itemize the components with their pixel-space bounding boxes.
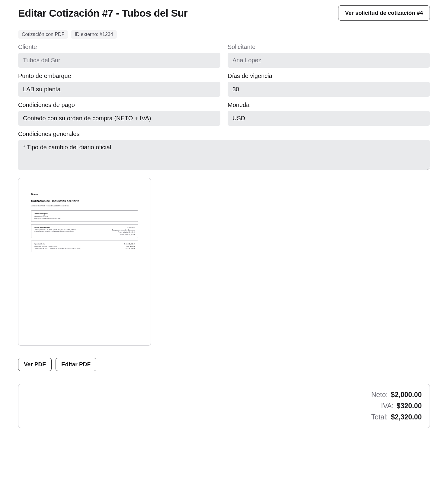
field-punto-embarque: Punto de embarque [18, 73, 220, 97]
field-dias-vigencia: Días de vigencia [228, 73, 430, 97]
label-dias-vigencia: Días de vigencia [228, 73, 430, 79]
total-label: Total: [371, 413, 388, 421]
total-value: $2,320.00 [391, 413, 422, 421]
totals-iva: IVA: $320.00 [381, 402, 422, 410]
view-quote-request-button[interactable]: Ver solicitud de cotización #4 [338, 5, 430, 21]
label-moneda: Moneda [228, 102, 430, 108]
field-cliente: Cliente [18, 44, 220, 68]
pdf-button-row: Ver PDF Editar PDF [18, 358, 430, 371]
header: Editar Cotización #7 - Tubos del Sur Ver… [18, 5, 430, 21]
pdf-contact-name: Pedro Rodriguez [34, 213, 135, 215]
badge-pdf: Cotización con PDF [18, 30, 68, 39]
field-moneda: Moneda [228, 102, 430, 126]
pdf-contact-company: Industrias del Norte [34, 215, 135, 217]
totals-total: Total: $2,320.00 [371, 413, 422, 421]
badge-external-id: ID externo: #1234 [71, 30, 117, 39]
label-condiciones-pago: Condiciones de pago [18, 102, 220, 108]
iva-label: IVA: [381, 402, 394, 410]
textarea-condiciones-generales[interactable] [18, 140, 430, 170]
neto-label: Neto: [371, 391, 388, 399]
pdf-item-desc: Lorem ipsum dolor sit amet, consectetur … [34, 228, 81, 232]
pdf-company: Demo [31, 193, 138, 196]
page-title: Editar Cotización #7 - Tubos del Sur [18, 7, 187, 19]
pdf-preview: Demo Cotización #3 - Industrias del Nort… [18, 178, 151, 346]
label-condiciones-generales: Condiciones generales [18, 131, 430, 137]
input-moneda[interactable] [228, 111, 430, 126]
pdf-contact-email: pedro@example.com 123-456-7890 [34, 218, 135, 219]
input-cliente[interactable] [18, 53, 220, 68]
edit-quote-form: Editar Cotización #7 - Tubos del Sur Ver… [0, 0, 448, 437]
pdf-footer-box: Vigencia: 30 días Punto de embarque: LAB… [31, 241, 138, 252]
neto-value: $2,000.00 [391, 391, 422, 399]
pdf-item-box: Sensor de humedad Lorem ipsum dolor sit … [31, 224, 138, 238]
field-solicitante: Solicitante [228, 44, 430, 68]
field-condiciones-pago: Condiciones de pago [18, 102, 220, 126]
iva-value: $320.00 [397, 402, 422, 410]
label-solicitante: Solicitante [228, 44, 430, 50]
pdf-title: Cotización #3 - Industrias del Norte [31, 199, 138, 202]
input-condiciones-pago[interactable] [18, 111, 220, 126]
totals-card: Neto: $2,000.00 IVA: $320.00 Total: $2,3… [18, 384, 430, 428]
totals-neto: Neto: $2,000.00 [371, 391, 422, 399]
pdf-item-right: Cantidad: 5 Tiempo de entrega: 2 a 3 sem… [112, 227, 135, 236]
view-pdf-button[interactable]: Ver PDF [18, 358, 52, 371]
edit-pdf-button[interactable]: Editar PDF [56, 358, 96, 371]
badges-row: Cotización con PDF ID externo: #1234 [18, 30, 430, 39]
input-dias-vigencia[interactable] [228, 82, 430, 97]
form-grid: Cliente Solicitante Punto de embarque Dí… [18, 44, 430, 170]
label-punto-embarque: Punto de embarque [18, 73, 220, 79]
pdf-contact-box: Pedro Rodriguez Industrias del Norte ped… [31, 210, 138, 222]
label-cliente: Cliente [18, 44, 220, 50]
input-solicitante[interactable] [228, 53, 430, 68]
pdf-meta: Vence el 5/20/2025 Fecha: 5/6/2025 Moned… [31, 205, 138, 207]
input-punto-embarque[interactable] [18, 82, 220, 97]
field-condiciones-generales: Condiciones generales [18, 131, 430, 170]
